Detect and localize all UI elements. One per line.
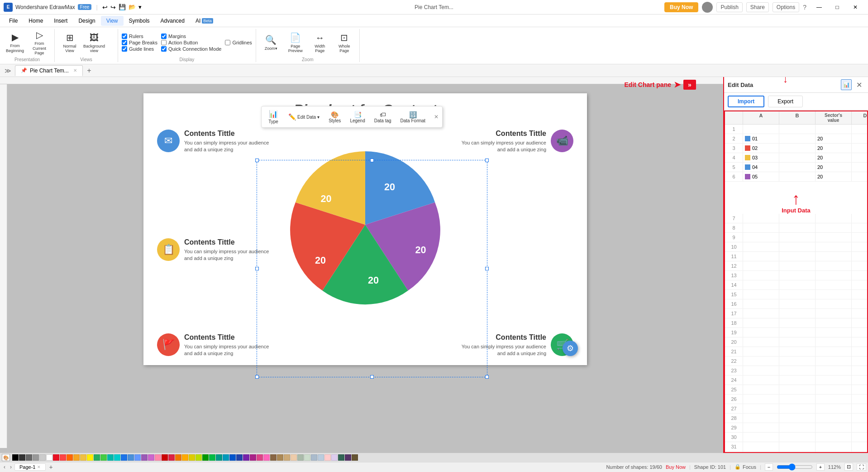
swatch-cyan[interactable] <box>114 454 120 461</box>
cell-30-a[interactable] <box>743 433 779 442</box>
menu-insert[interactable]: Insert <box>48 16 73 26</box>
grid-row-1[interactable]: 1 <box>725 125 867 134</box>
cell-7-c[interactable] <box>816 214 852 223</box>
cell-20-d[interactable] <box>852 337 868 347</box>
cell-2-b[interactable] <box>779 134 816 143</box>
more-button[interactable]: ▾ <box>138 4 142 10</box>
cell-19-a[interactable] <box>743 328 779 337</box>
quick-connection-checkbox[interactable]: Quick Connection Mode <box>161 46 221 52</box>
grid-row-29[interactable]: 29 <box>725 423 867 433</box>
cell-22-c[interactable] <box>816 356 852 366</box>
cell-20-b[interactable] <box>779 337 816 347</box>
add-page-button[interactable]: + <box>47 463 55 471</box>
cell-6-b[interactable] <box>779 172 816 181</box>
cell-10-c[interactable] <box>816 242 852 251</box>
cell-13-b[interactable] <box>779 271 816 280</box>
cell-21-c[interactable] <box>816 347 852 356</box>
cell-32-b[interactable] <box>779 452 816 453</box>
grid-row-2[interactable]: 2 01 20 <box>725 134 867 144</box>
swatch-blue2[interactable] <box>128 454 134 461</box>
cell-9-b[interactable] <box>779 233 816 242</box>
cell-29-d[interactable] <box>852 423 868 432</box>
cell-32-a[interactable] <box>743 452 779 453</box>
from-current-page-button[interactable]: ▷ From CurrentPage <box>28 31 51 54</box>
canvas-wrapper[interactable]: // drawn inline below Pie chart for Cont… <box>0 77 723 453</box>
cell-4-c[interactable]: 20 <box>816 153 852 162</box>
cell-30-b[interactable] <box>779 433 816 442</box>
cell-8-c[interactable] <box>816 223 852 232</box>
swatch-b4[interactable] <box>229 454 236 461</box>
swatch-p4[interactable] <box>250 454 256 461</box>
cell-32-d[interactable] <box>852 452 868 453</box>
cell-11-d[interactable] <box>852 252 868 261</box>
import-button[interactable]: Import <box>728 96 764 107</box>
menu-symbols[interactable]: Symbols <box>124 16 155 26</box>
cell-21-a[interactable] <box>743 347 779 356</box>
cell-20-c[interactable] <box>816 337 852 347</box>
cell-10-a[interactable] <box>743 242 779 251</box>
cell-6-c[interactable]: 20 <box>816 172 852 181</box>
cell-6-d[interactable] <box>852 172 868 181</box>
cell-25-d[interactable] <box>852 385 868 394</box>
cell-19-b[interactable] <box>779 328 816 337</box>
cell-15-c[interactable] <box>816 290 852 299</box>
cell-31-b[interactable] <box>779 442 816 451</box>
swatch-r4[interactable] <box>168 454 175 461</box>
cell-23-a[interactable] <box>743 366 779 375</box>
swatch-purple1[interactable] <box>141 454 148 461</box>
edit-data-button[interactable]: ✏️ Edit Data ▾ <box>286 112 322 122</box>
swatch-dark2[interactable] <box>26 454 32 461</box>
help-button[interactable]: ? <box>803 4 806 11</box>
cell-6-a[interactable]: 05 <box>743 172 779 181</box>
swatch-blue1[interactable] <box>121 454 127 461</box>
grid-row-4[interactable]: 4 03 20 <box>725 153 867 163</box>
cell-23-b[interactable] <box>779 366 816 375</box>
open-button[interactable]: 📂 <box>129 4 136 10</box>
cell-16-c[interactable] <box>816 299 852 308</box>
cell-25-a[interactable] <box>743 385 779 394</box>
cell-3-b[interactable] <box>779 144 816 153</box>
menu-home[interactable]: Home <box>23 16 48 26</box>
cell-22-b[interactable] <box>779 356 816 366</box>
cell-29-c[interactable] <box>816 423 852 432</box>
grid-row-14[interactable]: 14 <box>725 280 867 290</box>
cell-15-b[interactable] <box>779 290 816 299</box>
close-button[interactable]: ✕ <box>846 1 864 14</box>
swatch-green1[interactable] <box>94 454 100 461</box>
grid-row-30[interactable]: 30 <box>725 433 867 442</box>
maximize-button[interactable]: □ <box>828 1 846 14</box>
cell-3-d[interactable] <box>852 144 868 153</box>
cell-31-d[interactable] <box>852 442 868 451</box>
grid-row-9[interactable]: 9 <box>725 233 867 242</box>
grid-row-15[interactable]: 15 <box>725 290 867 299</box>
cell-15-a[interactable] <box>743 290 779 299</box>
cell-13-c[interactable] <box>816 271 852 280</box>
swatch-br3[interactable] <box>284 454 290 461</box>
swatch-dark1[interactable] <box>19 454 25 461</box>
swatch-o4[interactable] <box>182 454 188 461</box>
cell-11-b[interactable] <box>779 252 816 261</box>
cell-29-b[interactable] <box>779 423 816 432</box>
grid-row-3[interactable]: 3 02 20 <box>725 144 867 153</box>
grid-row-7[interactable]: 7 <box>725 214 867 223</box>
buy-now-link[interactable]: Buy Now <box>666 464 686 470</box>
zoom-slider[interactable] <box>777 464 813 470</box>
swatch-g6[interactable] <box>304 454 310 461</box>
cell-13-a[interactable] <box>743 271 779 280</box>
swatch-blue3[interactable] <box>134 454 141 461</box>
cell-10-b[interactable] <box>779 242 816 251</box>
swatch-g4[interactable] <box>209 454 215 461</box>
cell-8-b[interactable] <box>779 223 816 232</box>
grid-row-28[interactable]: 28 <box>725 414 867 423</box>
floating-action-button[interactable]: ⚙ <box>563 341 578 356</box>
cell-2-d[interactable] <box>852 134 868 143</box>
cell-1-a[interactable] <box>743 125 779 134</box>
action-button-checkbox[interactable]: Action Button <box>161 40 221 45</box>
grid-row-13[interactable]: 13 <box>725 271 867 280</box>
whole-page-button[interactable]: ⊡ Whole Page <box>333 31 356 54</box>
data-tag-button[interactable]: 🏷 Data tag <box>372 110 394 125</box>
swatch-o3[interactable] <box>175 454 181 461</box>
swatch-r5[interactable] <box>324 454 331 461</box>
export-button[interactable]: Export <box>768 96 803 107</box>
menu-design[interactable]: Design <box>73 16 100 26</box>
